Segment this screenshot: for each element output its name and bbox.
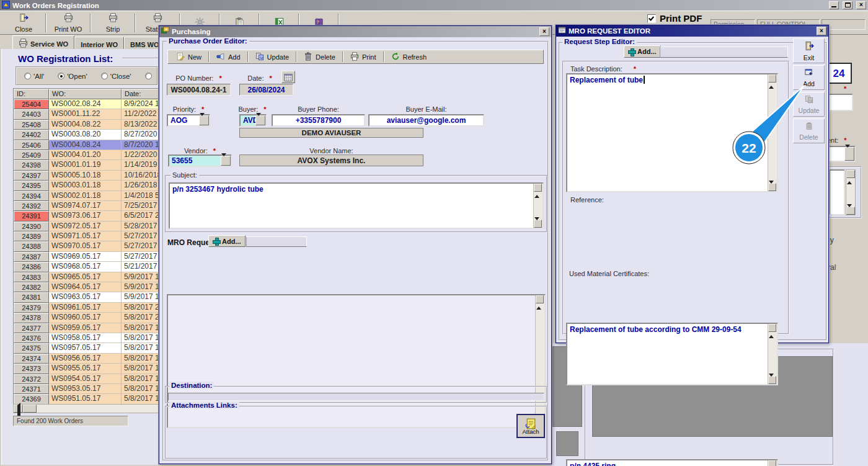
table-row[interactable]: 24386WS0968.05.175/21/2017 5 — [14, 262, 159, 272]
task-description-scrollbar[interactable] — [768, 74, 777, 191]
buyer-email-field[interactable]: aviauser@google.com — [368, 114, 484, 127]
wo-id-cell[interactable]: 24382 — [14, 282, 49, 292]
wo-id-cell[interactable]: 24397 — [14, 171, 49, 181]
chevron-down-icon[interactable] — [844, 147, 854, 161]
wo-id-cell[interactable]: 24372 — [14, 374, 49, 384]
table-row[interactable]: 24397WS0005.10.1810/16/2018 — [14, 171, 159, 181]
wo-id-cell[interactable]: 24387 — [14, 252, 49, 262]
reference-scrollbar[interactable] — [768, 324, 777, 384]
scroll-down-button[interactable] — [846, 207, 855, 215]
column-header-wo[interactable]: WO: — [49, 89, 122, 99]
wo-id-cell[interactable]: 24373 — [14, 364, 49, 374]
toolbar-button-print-wo[interactable]: Print WO — [48, 12, 88, 34]
certificates-scrollbar[interactable] — [768, 460, 777, 466]
wo-id-cell[interactable]: 24398 — [14, 160, 49, 170]
scroll-down-button[interactable] — [768, 376, 776, 384]
wo-id-cell[interactable]: 24394 — [14, 191, 49, 201]
reference-textarea[interactable]: Replacement of tube according to CMM 29-… — [566, 323, 778, 385]
filter-radio-close[interactable]: 'Close' — [101, 73, 131, 80]
scroll-up-button[interactable] — [536, 295, 544, 303]
table-row[interactable]: 24389WS0971.05.175/27/2017 8 — [14, 231, 159, 241]
wo-id-cell[interactable]: 24371 — [14, 384, 49, 394]
wo-id-cell[interactable]: 24395 — [14, 181, 49, 190]
table-row[interactable]: 24376WS0958.05.175/8/2017 12 — [14, 333, 159, 343]
wo-id-cell[interactable]: 24390 — [14, 222, 49, 231]
wo-id-cell[interactable]: 25406 — [14, 140, 49, 150]
subject-textarea[interactable]: p/n 3253467 hydrolic tube — [169, 182, 544, 229]
table-row[interactable]: 24378WS0960.05.175/8/2017 2:0 — [14, 313, 159, 323]
table-row[interactable]: 24387WS0969.05.175/27/2017 8 — [14, 252, 159, 262]
filter-radio-all[interactable]: 'All' — [24, 73, 44, 80]
scroll-up-button[interactable] — [534, 184, 542, 192]
buyer-phone-field[interactable]: +3355787900 — [272, 114, 365, 127]
purchasing-titlebar[interactable]: Purchasing × — [159, 26, 551, 37]
mro-add-button[interactable]: Add... — [208, 235, 246, 247]
table-row[interactable]: 25408WS0004.08.228/13/2022 5 — [14, 120, 159, 130]
wo-id-cell[interactable]: 24386 — [14, 262, 49, 272]
table-row[interactable]: 24369WS0951.05.175/8/2017 12 — [14, 394, 159, 404]
close-window-button[interactable]: × — [856, 1, 866, 9]
chevron-down-icon[interactable] — [199, 115, 209, 125]
wo-id-cell[interactable]: 24374 — [14, 354, 49, 364]
fragment-scrollbar[interactable] — [846, 169, 856, 215]
wo-id-cell[interactable]: 25409 — [14, 150, 49, 160]
table-row[interactable]: 24398WS0001.01.191/14/2019 2 — [14, 160, 159, 170]
certificates-textarea[interactable]: p/n 4435 ring p/n 213456 gasket — [566, 459, 778, 466]
table-row[interactable]: 24391WS0973.06.176/5/2017 2:0 — [14, 211, 159, 221]
table-row[interactable]: 25406WS0004.08.248/7/2020 1:3 — [14, 140, 159, 150]
request-step-add-button[interactable]: Add... — [624, 45, 661, 58]
mro-titlebar[interactable]: MRO REQUEST EDITOR × — [556, 25, 828, 37]
priority-select[interactable]: AOG — [167, 114, 210, 127]
filter-radio-open[interactable]: 'Open' — [58, 73, 87, 80]
main-titlebar[interactable]: Work Orders Registration × — [0, 0, 868, 11]
scroll-up-button[interactable] — [846, 170, 855, 178]
tab-interior-wo[interactable]: Interior WO — [74, 37, 124, 50]
table-row[interactable]: 24395WS0003.01.181/26/2018 6 — [14, 181, 159, 190]
table-row[interactable]: 24379WS0961.05.175/8/2017 2:0 — [14, 303, 159, 313]
table-row[interactable]: 24392WS0974.07.177/25/2017 7 — [14, 201, 159, 211]
wo-id-cell[interactable]: 24375 — [14, 343, 49, 353]
table-row[interactable]: 24382WS0964.05.175/9/2017 11: — [14, 282, 159, 292]
calendar-button[interactable] — [281, 71, 295, 83]
scroll-down-button[interactable] — [534, 220, 542, 228]
table-row[interactable]: 24374WS0956.05.175/8/2017 12 — [14, 354, 159, 364]
po-toolbar-button-refresh[interactable]: Refresh — [386, 51, 433, 63]
po-toolbar-button-print[interactable]: Print — [345, 51, 382, 63]
wo-id-cell[interactable]: 24391 — [14, 211, 49, 221]
table-row[interactable]: 24375WS0957.05.175/8/2017 12 — [14, 343, 159, 353]
wo-id-cell[interactable]: 24403 — [14, 109, 49, 119]
exit-button[interactable]: Exit — [793, 38, 825, 63]
scroll-up-button[interactable] — [768, 460, 776, 466]
task-description-textarea[interactable]: Replacement of tube — [566, 73, 778, 192]
vendor-select[interactable]: 53655 — [168, 155, 232, 167]
table-row[interactable]: 24402WS0003.08.208/27/2020 5 — [14, 130, 159, 140]
po-toolbar-button-new[interactable]: New — [170, 51, 207, 63]
table-row[interactable]: 25409WS0004.01.201/22/2020 6 — [14, 150, 159, 160]
minimize-button[interactable] — [829, 1, 839, 9]
table-row[interactable]: 24371WS0953.05.175/8/2017 12 — [14, 384, 159, 394]
wo-id-cell[interactable]: 25408 — [14, 120, 49, 130]
table-row[interactable]: 25404WS0002.08.248/9/2024 1:2 — [14, 99, 159, 109]
mro-close-button[interactable]: × — [817, 27, 826, 35]
scroll-up-button[interactable] — [768, 324, 776, 332]
wo-id-cell[interactable]: 24383 — [14, 272, 49, 282]
wo-id-cell[interactable]: 24376 — [14, 333, 49, 343]
fragment-dropdown[interactable] — [826, 146, 856, 162]
wo-id-cell[interactable]: 24389 — [14, 231, 49, 241]
table-row[interactable]: 24388WS0970.05.175/27/2017 8 — [14, 241, 159, 251]
table-row[interactable]: 24403WS0001.11.2211/2/2022 7: — [14, 109, 159, 119]
table-row[interactable]: 24383WS0965.05.175/9/2017 11: — [14, 272, 159, 282]
add-button[interactable]: Add — [793, 65, 825, 90]
attach-button[interactable]: Attach — [516, 414, 545, 438]
tab-service-wo[interactable]: Service WO — [12, 35, 74, 50]
wo-id-cell[interactable]: 24377 — [14, 323, 49, 333]
maximize-button[interactable] — [843, 1, 852, 9]
subject-scrollbar[interactable] — [533, 184, 542, 228]
po-toolbar-button-update[interactable]: Update — [250, 51, 294, 63]
destination-field[interactable] — [168, 393, 544, 401]
scroll-down-button[interactable] — [768, 183, 776, 191]
print-pdf-option[interactable]: Print PDF — [647, 13, 702, 24]
wo-id-cell[interactable]: 24388 — [14, 241, 49, 251]
wo-id-cell[interactable]: 25404 — [14, 99, 49, 109]
buyer-select[interactable]: AVD — [239, 114, 267, 127]
